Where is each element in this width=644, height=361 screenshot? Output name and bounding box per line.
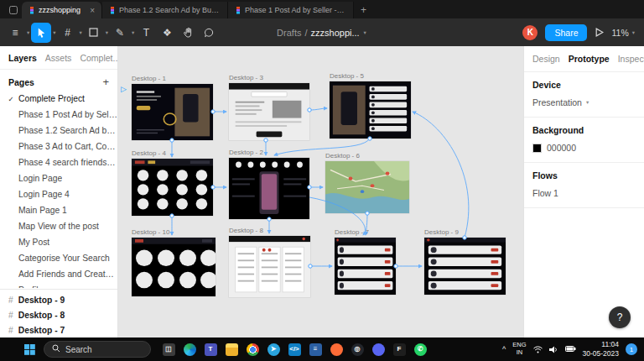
breadcrumb-file-name[interactable]: zzzshoppi... [311, 28, 360, 38]
taskbar-search[interactable]: Search [44, 341, 151, 358]
canvas-frame[interactable]: Desktop - 3 [229, 83, 309, 140]
help-button[interactable]: ? [609, 306, 631, 328]
tab-prototype[interactable]: Prototype [569, 54, 610, 64]
page-item[interactable]: Phase 4 search friends, Add Fri... [0, 154, 117, 170]
canvas-frame-label[interactable]: Desktop - 9 [424, 228, 459, 236]
taskbar-app[interactable] [243, 340, 262, 358]
volume-icon[interactable] [549, 346, 558, 353]
shape-tool-button[interactable] [84, 23, 104, 43]
taskbar-app[interactable]: </> [285, 340, 304, 358]
canvas-frame-label[interactable]: Desktop - 4 [132, 149, 166, 157]
layer-frame-item[interactable]: #Desktop - 9 [0, 292, 117, 307]
layer-frame-item[interactable]: #Desktop - 8 [0, 307, 117, 322]
taskbar-app[interactable] [327, 340, 345, 358]
page-item[interactable]: Add Friends and Create group [0, 266, 117, 282]
hand-tool-button[interactable] [178, 23, 198, 43]
canvas-frame[interactable]: Desktop - 8 [229, 236, 310, 297]
flow-item[interactable]: Flow 1 [532, 188, 636, 198]
layer-frame-item[interactable]: #Desktop - 7 [0, 322, 117, 337]
notification-badge[interactable]: 1 [626, 343, 637, 355]
page-item[interactable]: Phase 1.2 Search Ad by Buyer [0, 123, 117, 139]
canvas-frame-label[interactable]: Desktop - 1 [132, 75, 166, 82]
new-tab-button[interactable]: + [354, 4, 373, 18]
present-icon[interactable] [595, 25, 604, 40]
chevron-down-icon[interactable]: ▾ [364, 29, 366, 36]
move-tool-button[interactable] [31, 23, 51, 43]
taskbar-app[interactable]: ◫ [159, 340, 178, 358]
taskbar-app[interactable]: T [201, 340, 220, 358]
main-menu-button[interactable]: ≡ [5, 23, 25, 43]
zoom-value: 11% [611, 28, 628, 38]
pen-tool-button[interactable]: ✎ [110, 23, 130, 43]
canvas-frame-thumbnail [335, 238, 396, 295]
wifi-icon[interactable] [533, 346, 543, 353]
teams-icon: T [205, 343, 217, 356]
canvas-frame-label[interactable]: Desktop - 10 [132, 228, 169, 236]
close-tab-icon[interactable]: × [88, 6, 95, 15]
canvas-frame-label[interactable]: Desktop - 6 [325, 152, 360, 160]
background-color-row[interactable]: 000000 [532, 143, 636, 153]
taskbar-app[interactable]: ≡ [306, 340, 325, 358]
avatar[interactable]: K [522, 25, 538, 40]
taskbar-app[interactable] [222, 340, 241, 358]
browser-tab[interactable]: Phase 1 Post Ad by Seller - zzzshopping [228, 2, 354, 18]
canvas-frame[interactable]: Desktop - 10 [132, 238, 216, 296]
color-swatch[interactable] [532, 144, 542, 153]
zoom-level[interactable]: 11%▾ [611, 28, 636, 38]
page-item[interactable]: Phase 1 Post Ad by Seller [0, 107, 117, 123]
canvas-frame-label[interactable]: Desktop - 5 [330, 72, 364, 80]
taskbar-app[interactable]: ➤ [264, 340, 283, 358]
tab-design[interactable]: Design [532, 54, 560, 64]
tray-chevron-icon[interactable]: ^ [502, 345, 506, 353]
canvas[interactable]: ▷ Desktop - 1 Desktop - 3 Desktop - 5Des… [118, 46, 523, 337]
canvas-frame[interactable]: Desktop - 5 [330, 81, 411, 139]
tab-layers[interactable]: Layers [8, 53, 37, 63]
page-item[interactable]: Login Page [0, 170, 117, 186]
canvas-frame[interactable]: Desktop - 6 [325, 161, 409, 213]
browser-tab[interactable]: zzzshopping× [22, 2, 102, 18]
frame-tool-button[interactable]: # [58, 23, 78, 43]
breadcrumb-root[interactable]: Drafts [277, 28, 301, 38]
page-item[interactable]: Main Page 1 [0, 202, 117, 218]
taskbar-app[interactable] [180, 340, 199, 358]
flow-start-icon[interactable]: ▷ [121, 85, 127, 93]
canvas-frame[interactable]: Desktop - 9 [424, 238, 506, 295]
tab-inspect[interactable]: Inspect [618, 54, 644, 64]
taskbar-app[interactable]: F [390, 340, 408, 358]
background-hex[interactable]: 000000 [547, 143, 576, 153]
page-item[interactable]: Phase 3 Ad to Cart, Compare , ... [0, 139, 117, 154]
taskbar-app[interactable]: ✆ [411, 340, 429, 358]
breadcrumb[interactable]: Drafts / zzzshoppi... ▾ [277, 28, 367, 38]
page-item[interactable]: Map View of the post [0, 218, 117, 234]
page-item[interactable]: Login Page 4 [0, 186, 117, 202]
canvas-frame[interactable]: Desktop - 4 [132, 159, 213, 216]
windows-start-button[interactable] [20, 340, 39, 358]
language-indicator[interactable]: ENG IN [512, 342, 526, 356]
canvas-frame-label[interactable]: Desktop - 8 [229, 227, 263, 234]
add-page-button[interactable]: + [102, 76, 109, 88]
tabs-overview-icon[interactable] [5, 2, 22, 18]
browser-tab[interactable]: Phase 1.2 Search Ad by Buyer - zzzshoppi [102, 2, 228, 18]
page-item[interactable]: My Post [0, 234, 117, 250]
comment-tool-button[interactable] [199, 23, 219, 43]
page-item[interactable]: ✓Complete Project [0, 91, 117, 107]
taskbar-app[interactable] [369, 340, 387, 358]
tab-assets[interactable]: Assets [45, 53, 72, 63]
share-button[interactable]: Share [545, 24, 587, 41]
canvas-frame-label[interactable]: Desktop - 3 [229, 74, 263, 81]
tab-current-page[interactable]: Complet... [80, 53, 120, 63]
canvas-frame[interactable]: Desktop - 1 [132, 84, 213, 140]
taskbar-app[interactable]: ◎ [348, 340, 366, 358]
device-select[interactable]: Presentation ▾ [532, 97, 636, 107]
canvas-frame[interactable]: Desktop - 7 [335, 238, 396, 295]
page-item[interactable]: Profile page [0, 282, 117, 288]
language-line2: IN [517, 349, 523, 357]
canvas-frame-label[interactable]: Desktop - 2 [229, 149, 263, 156]
canvas-frame-label[interactable]: Desktop - 7 [335, 228, 369, 236]
resources-tool-button[interactable]: ❖ [157, 23, 177, 43]
page-item[interactable]: Categorise Your Search [0, 250, 117, 266]
text-tool-button[interactable]: T [136, 23, 156, 43]
battery-icon[interactable] [565, 346, 576, 353]
canvas-frame[interactable]: Desktop - 2 [229, 158, 309, 219]
taskbar-clock[interactable]: 11:04 30-05-2023 [583, 340, 619, 358]
